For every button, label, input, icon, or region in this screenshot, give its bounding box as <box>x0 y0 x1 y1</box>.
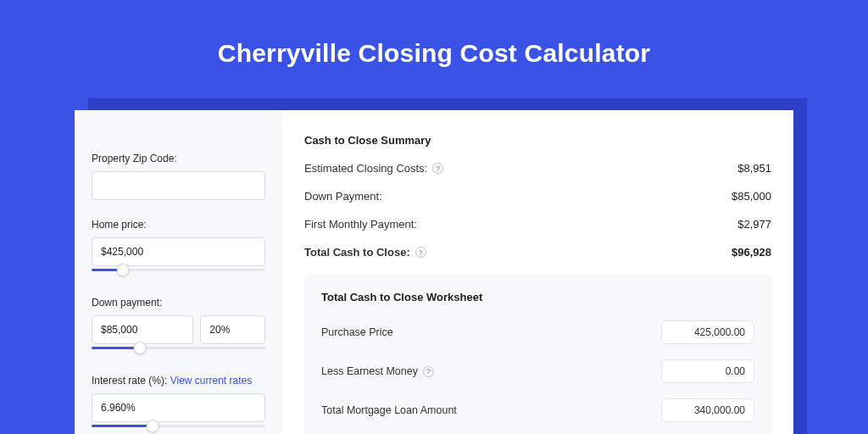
results-panel: Cash to Close Summary Estimated Closing … <box>282 110 793 434</box>
closing-costs-value: $8,951 <box>737 162 771 175</box>
inputs-panel: Property Zip Code: Home price: Down paym… <box>75 110 282 434</box>
purchase-price-label: Purchase Price <box>321 326 393 338</box>
summary-title: Cash to Close Summary <box>304 134 771 147</box>
help-icon[interactable]: ? <box>415 247 426 258</box>
view-rates-link[interactable]: View current rates <box>170 375 253 387</box>
down-payment-slider[interactable] <box>92 315 265 356</box>
total-cash-value: $96,928 <box>732 246 771 259</box>
down-payment-input[interactable] <box>92 315 193 344</box>
home-price-input[interactable] <box>92 237 265 266</box>
interest-slider[interactable] <box>92 393 265 434</box>
home-price-slider[interactable] <box>92 237 265 278</box>
home-price-field-block: Home price: <box>92 219 265 278</box>
slider-fill <box>92 347 140 349</box>
slider-thumb[interactable] <box>146 420 159 432</box>
zip-label: Property Zip Code: <box>92 153 265 164</box>
home-price-label: Home price: <box>92 219 265 231</box>
slider-fill <box>92 425 153 427</box>
earnest-input[interactable] <box>661 359 754 383</box>
slider-thumb[interactable] <box>134 342 147 354</box>
loan-amount-input[interactable] <box>661 398 754 422</box>
first-payment-value: $2,977 <box>737 218 771 231</box>
first-payment-label: First Monthly Payment: <box>304 218 417 231</box>
interest-field-block: Interest rate (%): View current rates <box>92 375 265 434</box>
interest-input[interactable] <box>92 393 265 422</box>
down-payment-summary-value: $85,000 <box>732 190 771 203</box>
ws-row-purchase-price: Purchase Price <box>321 320 754 344</box>
loan-amount-label: Total Mortgage Loan Amount <box>321 404 457 416</box>
summary-row-down-payment: Down Payment: $85,000 <box>304 190 771 203</box>
down-payment-pct-input[interactable] <box>200 315 265 344</box>
zip-field-block: Property Zip Code: <box>92 153 265 200</box>
interest-label: Interest rate (%): View current rates <box>92 375 265 387</box>
down-payment-field-block: Down payment: <box>92 297 265 356</box>
down-payment-summary-label: Down Payment: <box>304 190 382 203</box>
help-icon[interactable]: ? <box>423 366 434 377</box>
summary-row-total: Total Cash to Close: ? $96,928 <box>304 246 771 259</box>
summary-row-first-payment: First Monthly Payment: $2,977 <box>304 218 771 231</box>
help-icon[interactable]: ? <box>432 163 443 174</box>
zip-input[interactable] <box>92 171 265 200</box>
earnest-label: Less Earnest Money <box>321 365 418 377</box>
closing-costs-label: Estimated Closing Costs: <box>304 162 427 175</box>
slider-thumb[interactable] <box>116 264 129 276</box>
worksheet-panel: Total Cash to Close Worksheet Purchase P… <box>304 274 771 434</box>
ws-row-loan-amount: Total Mortgage Loan Amount <box>321 398 754 422</box>
down-payment-label: Down payment: <box>92 297 265 309</box>
worksheet-title: Total Cash to Close Worksheet <box>321 291 754 303</box>
page-title: Cherryville Closing Cost Calculator <box>0 0 868 92</box>
purchase-price-input[interactable] <box>661 320 754 344</box>
interest-label-text: Interest rate (%): <box>92 375 170 387</box>
calculator-card: Property Zip Code: Home price: Down paym… <box>75 110 793 434</box>
summary-row-closing-costs: Estimated Closing Costs: ? $8,951 <box>304 162 771 175</box>
ws-row-earnest: Less Earnest Money ? <box>321 359 754 383</box>
total-cash-label: Total Cash to Close: <box>304 246 410 259</box>
